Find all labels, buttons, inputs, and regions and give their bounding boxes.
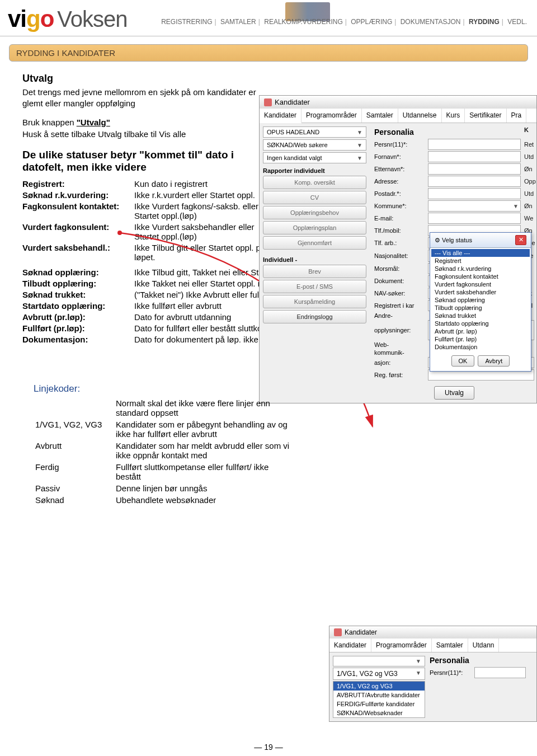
- tab[interactable]: Sertifikater: [465, 109, 506, 123]
- list-item[interactable]: FERDIG/Fullførte kandidater: [333, 699, 425, 708]
- tab[interactable]: Pra: [507, 109, 527, 123]
- heading-utvalg: Utvalg: [22, 73, 268, 84]
- breadcrumb: REGISTRERING| SAMTALER| REALKOMP.VURDERI…: [160, 18, 528, 26]
- cancel-button[interactable]: Avbryt: [478, 355, 510, 367]
- paragraph: Det trengs med jevne mellomrom en sjekk …: [22, 87, 268, 109]
- tab[interactable]: Programområder: [371, 638, 432, 652]
- page-number: — 19 —: [0, 743, 537, 752]
- linjekoder-table: Normalt skal det ikke være flere linjer …: [34, 397, 296, 506]
- chevron-down-icon: ▼: [357, 155, 362, 161]
- button-komp-oversikt[interactable]: Komp. oversikt: [263, 176, 366, 189]
- logo: vigo Voksen: [8, 6, 128, 32]
- section-title: RYDDING I KANDIDATER: [9, 44, 528, 62]
- form-header: Personalia: [374, 128, 521, 137]
- ok-button[interactable]: OK: [451, 355, 475, 367]
- list-item[interactable]: Fullført (pr. løp): [431, 335, 530, 343]
- linje-dropdown-list[interactable]: 1/VG1, VG2 og VG3 AVBRUTT/Avbrutte kandi…: [333, 681, 425, 718]
- list-item[interactable]: Vurdert fagkonsulent: [431, 280, 530, 288]
- input-postadr[interactable]: [428, 188, 521, 199]
- form-header: Personalia: [430, 656, 526, 665]
- button-brev[interactable]: Brev: [263, 265, 366, 278]
- status-table: Registrert:Kun dato i registrert Søknad …: [22, 179, 268, 262]
- tab-kandidater[interactable]: Kandidater: [260, 109, 302, 123]
- list-item[interactable]: Søknad trukket: [431, 312, 530, 320]
- select-opus[interactable]: OPUS HADELAND▼: [263, 126, 366, 138]
- list-item[interactable]: Dokumentasjon: [431, 343, 530, 351]
- input-persnr[interactable]: [474, 667, 526, 678]
- list-item[interactable]: 1/VG1, VG2 og VG3: [333, 682, 425, 691]
- input-fornavn[interactable]: [428, 151, 521, 162]
- button-epost-sms[interactable]: E-post / SMS: [263, 280, 366, 293]
- list-item[interactable]: --- Vis alle ---: [431, 249, 530, 257]
- button-opplaeringsplan[interactable]: Opplæringsplan: [263, 221, 366, 234]
- app-icon: [264, 98, 272, 106]
- list-item[interactable]: Startdato opplæring: [431, 320, 530, 327]
- side-label: Individuell -: [263, 256, 366, 263]
- popup-velg-status: ⚙ Velg status✕ --- Vis alle --- Registre…: [430, 232, 531, 372]
- tab[interactable]: Samtaler: [432, 638, 468, 652]
- input-email[interactable]: [428, 213, 521, 224]
- list-item[interactable]: Avbrutt (pr. løp): [431, 327, 530, 335]
- input-persnr[interactable]: [428, 139, 521, 150]
- list-item[interactable]: AVBRUTT/Avbrutte kandidater: [333, 691, 425, 699]
- paragraph: Husk å sette tilbake Utvalg tilbake til …: [22, 129, 268, 140]
- side-label: Rapporter individuelt: [263, 167, 366, 174]
- button-opplaeringsbehov[interactable]: Opplæringsbehov: [263, 206, 366, 219]
- gear-icon: ⚙: [435, 237, 440, 243]
- tab[interactable]: Kandidater: [329, 638, 371, 652]
- paragraph: Bruk knappen "Utvalg": [22, 117, 268, 128]
- tab[interactable]: Utdannelse: [398, 109, 442, 123]
- input-kommune[interactable]: ▼: [428, 200, 521, 212]
- select-kandidat[interactable]: Ingen kandidat valgt▼: [263, 152, 366, 163]
- list-item[interactable]: SØKNAD/Websøknader: [333, 708, 425, 717]
- tab[interactable]: Programområder: [302, 109, 362, 123]
- list-item[interactable]: Registrert: [431, 257, 530, 265]
- select-soknad[interactable]: SØKNAD/Web søkere▼: [263, 139, 366, 151]
- select-1[interactable]: ▼: [333, 656, 425, 666]
- list-item[interactable]: Søknad r.k.vurdering: [431, 265, 530, 273]
- tab[interactable]: Samtaler: [362, 109, 398, 123]
- chevron-down-icon: ▼: [357, 142, 362, 148]
- tab[interactable]: Utdann: [468, 638, 500, 652]
- input-adresse[interactable]: [428, 176, 521, 187]
- app-kandidater-small: Kandidater Kandidater Programområder Sam…: [329, 626, 537, 722]
- list-item[interactable]: Søknad opplæring: [431, 296, 530, 304]
- heading-statuser: De ulike statuser betyr "kommet til" dat…: [22, 149, 268, 173]
- list-item[interactable]: Fagkonsulent kontaktet: [431, 273, 530, 280]
- button-kurspamelding[interactable]: Kurspåmelding: [263, 295, 366, 308]
- chevron-down-icon: ▼: [513, 203, 519, 209]
- tab[interactable]: Kurs: [442, 109, 465, 123]
- list-item[interactable]: Vurdert saksbehandler: [431, 288, 530, 296]
- chevron-down-icon: ▼: [416, 658, 421, 664]
- button-endringslogg[interactable]: Endringslogg: [263, 310, 366, 323]
- select-2[interactable]: 1/VG1, VG2 og VG3▼: [333, 668, 425, 680]
- chevron-down-icon: ▼: [357, 129, 362, 135]
- close-icon[interactable]: ✕: [515, 235, 526, 245]
- button-cv[interactable]: CV: [263, 191, 366, 204]
- input-etternavn[interactable]: [428, 163, 521, 175]
- button-gjennomfort[interactable]: Gjennomført: [263, 236, 366, 250]
- app-icon: [334, 628, 342, 636]
- status-list[interactable]: --- Vis alle --- Registrert Søknad r.k.v…: [430, 248, 531, 352]
- list-item[interactable]: Tilbudt opplæring: [431, 304, 530, 312]
- heading-linjekoder: Linjekoder:: [34, 383, 296, 395]
- app-tabs[interactable]: Kandidater Programområder Samtaler Utdan…: [260, 109, 536, 123]
- chevron-down-icon: ▼: [416, 670, 421, 678]
